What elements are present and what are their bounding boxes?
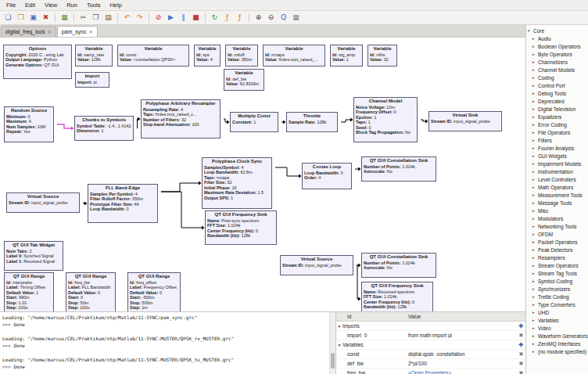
remove-entry-icon[interactable]: ✖ — [517, 333, 525, 339]
input-port[interactable] — [74, 126, 75, 132]
collapsed-arrow-icon[interactable]: ▸ — [532, 99, 536, 103]
python-snippets-button[interactable]: ƒ — [234, 12, 246, 23]
menu-run[interactable]: Run — [62, 0, 82, 10]
output-port[interactable] — [351, 174, 352, 180]
undo-button[interactable]: ↶ — [121, 12, 133, 23]
output-port[interactable] — [79, 200, 80, 207]
tab-pam_sync[interactable]: pam_sync✕ — [57, 26, 98, 37]
library-item-digital-television[interactable]: ▸Digital Television — [526, 105, 588, 113]
zoom-in-button[interactable]: ⊕ — [253, 12, 264, 23]
output-port[interactable] — [157, 189, 158, 196]
output-port[interactable] — [271, 175, 272, 182]
collapsed-arrow-icon[interactable]: ▸ — [532, 192, 536, 197]
collapsed-arrow-icon[interactable]: ▸ — [532, 83, 536, 88]
collapsed-arrow-icon[interactable]: ▸ — [532, 122, 536, 127]
new-file-button[interactable]: ❏ — [2, 12, 14, 23]
output-port[interactable] — [53, 122, 54, 128]
block-random_source[interactable]: Random SourceMinimum: 0Maximum: 4Num Sam… — [4, 106, 54, 142]
variables-group-variables[interactable]: ▼Variables✚ — [336, 340, 525, 350]
library-item-math-operators[interactable]: ▸Math Operators — [526, 183, 588, 191]
library-item-stream-tag-tools[interactable]: ▸Stream Tag Tools — [526, 269, 588, 277]
block-variable_sig_amp[interactable]: VariableId: sig_ampValue: 1 — [330, 45, 363, 67]
input-port[interactable] — [286, 120, 287, 126]
block-costas_loop[interactable]: Costas LoopLoop Bandwidth: 0Order: 4 — [302, 163, 352, 189]
input-port[interactable] — [141, 117, 142, 123]
library-item-audio[interactable]: ▸Audio — [526, 34, 588, 42]
expanded-arrow-icon[interactable]: ▾ — [528, 28, 532, 33]
library-item-equalizers[interactable]: ▸Equalizers — [526, 113, 588, 120]
variable-row-freq_bw[interactable]: freq_bw<Open Properties>✖ — [336, 369, 525, 374]
output-port[interactable] — [278, 120, 278, 126]
collapsed-arrow-icon[interactable]: ▸ — [532, 161, 536, 166]
output-port[interactable] — [157, 213, 158, 219]
collapsed-arrow-icon[interactable]: ▸ — [532, 216, 536, 221]
input-port[interactable] — [88, 201, 88, 207]
library-item-variables[interactable]: ▸Variables — [526, 316, 588, 324]
library-item-coding[interactable]: ▸Coding — [526, 74, 588, 81]
collapsed-arrow-icon[interactable]: ▸ — [532, 177, 536, 182]
connection[interactable] — [57, 124, 71, 128]
collapsed-arrow-icon[interactable]: ▸ — [532, 318, 536, 322]
block-pfb_arb_resampler[interactable]: Polyphase Arbitrary ResamplerResampling … — [141, 99, 220, 138]
block-throttle[interactable]: ThrottleSample Rate: 128k — [286, 112, 338, 132]
library-item-waveform-generators[interactable]: ▸Waveform Generators — [526, 332, 588, 340]
block-channel_model[interactable]: Channel ModelNoise Voltage: 10mFrequency… — [353, 97, 418, 142]
output-port[interactable] — [351, 181, 352, 187]
cut-button[interactable]: ✂ — [77, 12, 89, 23]
collapsed-arrow-icon[interactable]: ▸ — [532, 232, 536, 236]
input-port[interactable] — [353, 117, 354, 124]
output-port[interactable] — [271, 165, 272, 171]
block-qtgui_range_interpratio[interactable]: QT GUI RangeId: interpratioLabel: Timing… — [4, 272, 54, 311]
collapsed-arrow-icon[interactable]: ▸ — [532, 106, 536, 111]
connection[interactable] — [83, 203, 84, 203]
library-item-file-operators[interactable]: ▸File Operators — [526, 128, 588, 136]
input-port[interactable] — [361, 167, 362, 173]
variable-row-import_0[interactable]: import_0from math import pi✖ — [336, 331, 525, 340]
output-port[interactable] — [133, 126, 134, 132]
console-scrollbar[interactable] — [329, 312, 335, 374]
connection[interactable] — [341, 120, 350, 122]
tab-close-icon[interactable]: ✕ — [48, 29, 52, 34]
library-item-misc[interactable]: ▸Misc — [526, 207, 588, 214]
library-item-debug-tools[interactable]: ▸Debug Tools — [526, 89, 588, 97]
collapsed-arrow-icon[interactable]: ▸ — [532, 333, 536, 338]
collapsed-arrow-icon[interactable]: ▸ — [532, 294, 536, 299]
connection[interactable] — [421, 120, 425, 121]
collapsed-arrow-icon[interactable]: ▸ — [532, 349, 536, 354]
collapsed-arrow-icon[interactable]: ▸ — [532, 114, 536, 119]
collapsed-arrow-icon[interactable]: ▸ — [532, 239, 536, 244]
output-port[interactable] — [157, 197, 158, 203]
library-item-byte-operators[interactable]: ▸Byte Operators — [526, 50, 588, 58]
connection[interactable] — [161, 183, 199, 192]
variables-group-imports[interactable]: ▼Imports✚ — [336, 322, 525, 331]
menu-file[interactable]: File — [2, 0, 20, 10]
console-scroll-thumb[interactable] — [331, 353, 335, 369]
block-variable_samp_rate[interactable]: VariableId: samp_rateValue: 128k — [75, 45, 113, 67]
block-variable_rolloff[interactable]: VariableId: rolloffValue: 350m — [225, 45, 258, 67]
collapsed-arrow-icon[interactable]: ▸ — [532, 36, 536, 41]
collapsed-arrow-icon[interactable]: ▸ — [532, 255, 536, 260]
save-file-button[interactable]: ▣ — [27, 12, 39, 23]
block-pfb_clock_sync[interactable]: Polyphase Clock SyncSamples/Symbol: 4Loo… — [202, 157, 272, 209]
library-item-stream-operators[interactable]: ▸Stream Operators — [526, 261, 588, 269]
library-item-zeromq-interfaces[interactable]: ▸ZeroMQ Interfaces — [526, 340, 588, 347]
block-qtgui_range_freq_offset[interactable]: QT GUI RangeId: freq_offsetLabel: Freque… — [127, 272, 181, 311]
add-entry-icon[interactable]: ✚ — [517, 342, 525, 348]
block-qtgui_freq_sink_post[interactable]: QT GUI Frequency SinkName: Post-sync spe… — [205, 210, 277, 245]
input-port[interactable] — [202, 181, 203, 187]
block-qtgui_const_sink_bottom[interactable]: QT GUI Constellation SinkNumber of Point… — [361, 253, 436, 278]
input-port[interactable] — [302, 174, 303, 180]
kill-button[interactable]: ■ — [190, 12, 202, 23]
menu-help[interactable]: Help — [105, 0, 126, 10]
input-port[interactable] — [230, 120, 231, 126]
flowgraph-canvas[interactable]: OptionsCopyright: 2020 C...ering LabOutp… — [0, 38, 525, 311]
collapsed-arrow-icon[interactable]: ▸ — [532, 302, 536, 307]
menu-view[interactable]: View — [40, 0, 62, 10]
collapsed-arrow-icon[interactable]: ▸ — [532, 208, 536, 213]
copy-button[interactable]: ❐ — [90, 12, 102, 23]
zoom-out-button[interactable]: ⊖ — [265, 12, 277, 23]
collapsed-arrow-icon[interactable]: ▸ — [532, 200, 536, 205]
output-port[interactable] — [353, 263, 353, 269]
library-item-channel-models[interactable]: ▸Channel Models — [526, 66, 588, 74]
library-item-error-coding[interactable]: ▸Error Coding — [526, 120, 588, 128]
